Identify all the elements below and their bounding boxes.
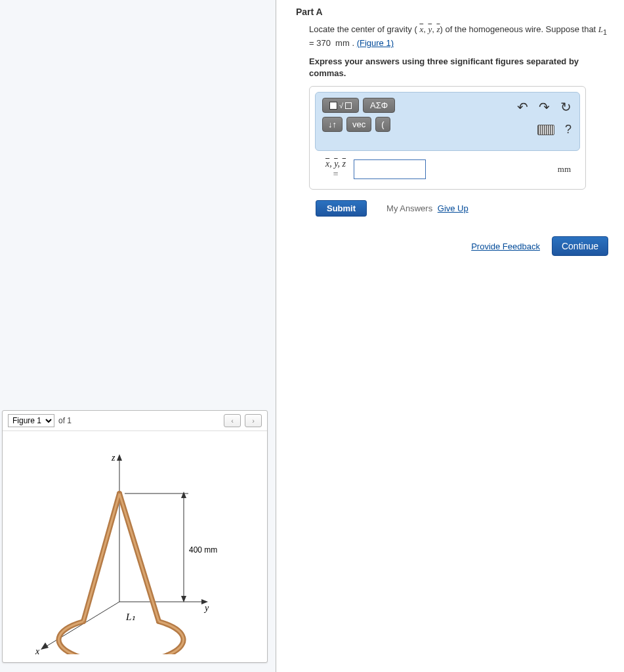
prompt-instructions: Express your answers using three signifi… xyxy=(309,56,611,79)
greek-button[interactable]: ΑΣΦ xyxy=(363,98,395,113)
dim-400mm: 400 mm xyxy=(189,545,217,555)
axis-x-label: x xyxy=(35,646,40,654)
units-label: mm xyxy=(558,164,571,175)
wire-figure xyxy=(59,494,184,654)
paren-button[interactable]: ( xyxy=(375,117,390,132)
give-up-link[interactable]: Give Up xyxy=(438,203,468,213)
L1-label: L₁ xyxy=(125,612,135,622)
svg-line-4 xyxy=(44,602,119,648)
my-answers-label: My Answers xyxy=(386,203,432,213)
footer-row: Provide Feedback Continue xyxy=(296,236,611,256)
right-column: Part A Locate the center of gravity ( x,… xyxy=(276,0,624,672)
figure-image: z y x 400 mm xyxy=(3,431,267,662)
figure-of-text: of 1 xyxy=(58,416,72,425)
answer-lhs: x, y, z= xyxy=(318,159,354,179)
keyboard-icon[interactable] xyxy=(537,125,554,135)
prompt-text-1: Locate the center of gravity ( x, y, z) … xyxy=(309,24,607,48)
vec-button[interactable]: vec xyxy=(346,117,371,132)
question-prompt: Locate the center of gravity ( x, y, z) … xyxy=(309,24,611,49)
answer-area: √ ΑΣΦ ↓↑ vec ( ↶ ↷ ↻ ? xyxy=(309,86,586,190)
submit-button[interactable]: Submit xyxy=(316,200,367,217)
answer-input-row: x, y, z= mm xyxy=(318,159,577,179)
figure-panel: Figure 1 of 1 ‹ › z y x xyxy=(2,410,268,663)
left-column: Figure 1 of 1 ‹ › z y x xyxy=(0,0,276,672)
svg-marker-5 xyxy=(41,642,49,650)
axis-z-label: z xyxy=(111,453,115,463)
arrows-button[interactable]: ↓↑ xyxy=(322,117,343,132)
provide-feedback-link[interactable]: Provide Feedback xyxy=(471,242,540,251)
figure-select[interactable]: Figure 1 xyxy=(8,414,54,427)
submit-row: Submit My Answers Give Up xyxy=(316,200,611,217)
part-title: Part A xyxy=(296,7,611,17)
svg-marker-7 xyxy=(181,492,186,498)
template-button[interactable]: √ xyxy=(322,98,359,113)
figure-link[interactable]: (Figure 1) xyxy=(357,38,394,48)
continue-button[interactable]: Continue xyxy=(552,236,608,256)
undo-icon[interactable]: ↶ xyxy=(517,99,528,115)
help-icon[interactable]: ? xyxy=(565,123,572,136)
axis-y-label: y xyxy=(203,603,209,613)
figure-next-button[interactable]: › xyxy=(245,414,262,427)
figure-header: Figure 1 of 1 ‹ › xyxy=(3,411,267,431)
answer-input[interactable] xyxy=(354,159,426,179)
equation-toolbar: √ ΑΣΦ ↓↑ vec ( ↶ ↷ ↻ ? xyxy=(315,92,580,151)
svg-marker-1 xyxy=(117,454,122,461)
reset-icon[interactable]: ↻ xyxy=(560,99,572,115)
redo-icon[interactable]: ↷ xyxy=(539,99,550,115)
figure-prev-button[interactable]: ‹ xyxy=(224,414,241,427)
